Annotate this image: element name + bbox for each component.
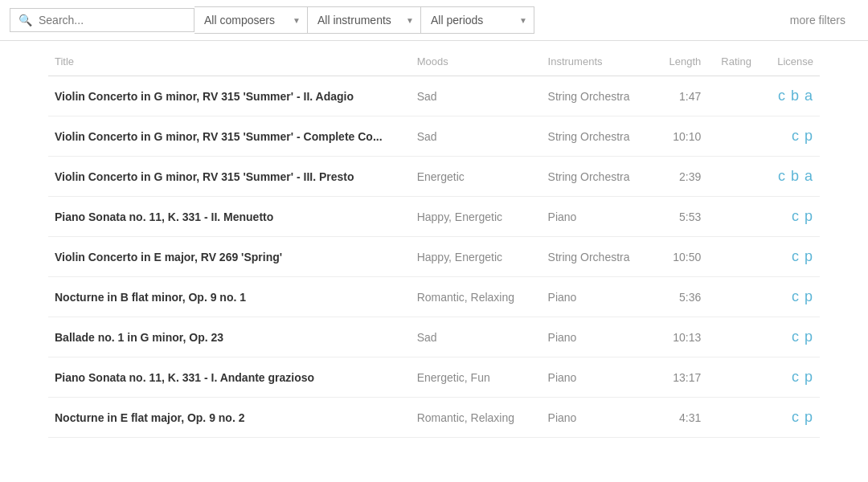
cell-title: Nocturne in E flat major, Op. 9 no. 2	[48, 398, 411, 438]
cell-license[interactable]: c p	[762, 277, 820, 317]
table-row[interactable]: Violin Concerto in G minor, RV 315 'Summ…	[48, 116, 820, 157]
cell-instruments: Piano	[542, 317, 654, 357]
periods-select[interactable]: All periods	[421, 7, 534, 33]
table-row[interactable]: Nocturne in B flat minor, Op. 9 no. 1Rom…	[48, 277, 820, 317]
cell-title: Piano Sonata no. 11, K. 331 - I. Andante…	[48, 357, 411, 398]
cell-title: Violin Concerto in E major, RV 269 'Spri…	[48, 237, 411, 277]
cell-moods: Romantic, Relaxing	[411, 277, 542, 317]
cell-rating	[710, 357, 762, 398]
cell-instruments: String Orchestra	[542, 76, 654, 116]
cell-moods: Romantic, Relaxing	[411, 398, 542, 438]
cell-license[interactable]: c p	[762, 317, 820, 357]
music-table: Title Moods Instruments Length Rating Li…	[48, 41, 820, 438]
cell-instruments: String Orchestra	[542, 116, 654, 157]
instruments-filter[interactable]: All instruments ▼	[308, 6, 421, 34]
table-row[interactable]: Piano Sonata no. 11, K. 331 - I. Andante…	[48, 357, 820, 398]
music-table-container: Title Moods Instruments Length Rating Li…	[0, 41, 868, 438]
filter-bar: 🔍 All composers ▼ All instruments ▼ All …	[0, 0, 868, 41]
cell-length: 5:36	[653, 277, 710, 317]
cell-rating	[710, 317, 762, 357]
cell-instruments: String Orchestra	[542, 157, 654, 197]
cell-license[interactable]: c p	[762, 197, 820, 237]
cell-length: 13:17	[653, 357, 710, 398]
search-box: 🔍	[10, 8, 194, 32]
cell-title: Nocturne in B flat minor, Op. 9 no. 1	[48, 277, 411, 317]
cell-moods: Happy, Energetic	[411, 237, 542, 277]
cell-length: 10:13	[653, 317, 710, 357]
cell-rating	[710, 398, 762, 438]
composers-select[interactable]: All composers	[194, 7, 307, 33]
cell-length: 10:10	[653, 116, 710, 157]
cell-length: 1:47	[653, 76, 710, 116]
cell-rating	[710, 197, 762, 237]
cell-rating	[710, 157, 762, 197]
cell-instruments: Piano	[542, 277, 654, 317]
cell-length: 5:53	[653, 197, 710, 237]
cell-license[interactable]: c b a	[762, 157, 820, 197]
search-icon: 🔍	[18, 14, 32, 27]
cell-moods: Energetic, Fun	[411, 357, 542, 398]
table-header-row: Title Moods Instruments Length Rating Li…	[48, 41, 820, 76]
cell-title: Violin Concerto in G minor, RV 315 'Summ…	[48, 76, 411, 116]
cell-title: Piano Sonata no. 11, K. 331 - II. Menuet…	[48, 197, 411, 237]
cell-instruments: Piano	[542, 197, 654, 237]
table-row[interactable]: Violin Concerto in E major, RV 269 'Spri…	[48, 237, 820, 277]
table-row[interactable]: Ballade no. 1 in G minor, Op. 23SadPiano…	[48, 317, 820, 357]
cell-length: 4:31	[653, 398, 710, 438]
col-header-moods: Moods	[411, 41, 542, 76]
cell-moods: Sad	[411, 76, 542, 116]
cell-title: Violin Concerto in G minor, RV 315 'Summ…	[48, 116, 411, 157]
cell-license[interactable]: c p	[762, 357, 820, 398]
more-filters-button[interactable]: more filters	[777, 7, 858, 33]
periods-filter[interactable]: All periods ▼	[421, 6, 534, 34]
col-header-license: License	[762, 41, 820, 76]
cell-title: Violin Concerto in G minor, RV 315 'Summ…	[48, 157, 411, 197]
col-header-instruments: Instruments	[542, 41, 654, 76]
search-input[interactable]	[39, 14, 186, 27]
cell-instruments: Piano	[542, 357, 654, 398]
cell-rating	[710, 116, 762, 157]
cell-instruments: String Orchestra	[542, 237, 654, 277]
cell-length: 10:50	[653, 237, 710, 277]
cell-moods: Happy, Energetic	[411, 197, 542, 237]
cell-moods: Sad	[411, 116, 542, 157]
table-row[interactable]: Violin Concerto in G minor, RV 315 'Summ…	[48, 76, 820, 116]
instruments-select[interactable]: All instruments	[308, 7, 420, 33]
col-header-rating: Rating	[710, 41, 762, 76]
cell-moods: Energetic	[411, 157, 542, 197]
cell-license[interactable]: c p	[762, 398, 820, 438]
cell-license[interactable]: c p	[762, 116, 820, 157]
cell-license[interactable]: c p	[762, 237, 820, 277]
table-row[interactable]: Nocturne in E flat major, Op. 9 no. 2Rom…	[48, 398, 820, 438]
cell-rating	[710, 237, 762, 277]
cell-rating	[710, 277, 762, 317]
cell-license[interactable]: c b a	[762, 76, 820, 116]
cell-title: Ballade no. 1 in G minor, Op. 23	[48, 317, 411, 357]
cell-instruments: Piano	[542, 398, 654, 438]
col-header-title: Title	[48, 41, 411, 76]
col-header-length: Length	[653, 41, 710, 76]
table-row[interactable]: Piano Sonata no. 11, K. 331 - II. Menuet…	[48, 197, 820, 237]
cell-rating	[710, 76, 762, 116]
cell-length: 2:39	[653, 157, 710, 197]
composers-filter[interactable]: All composers ▼	[194, 6, 308, 34]
cell-moods: Sad	[411, 317, 542, 357]
table-row[interactable]: Violin Concerto in G minor, RV 315 'Summ…	[48, 157, 820, 197]
